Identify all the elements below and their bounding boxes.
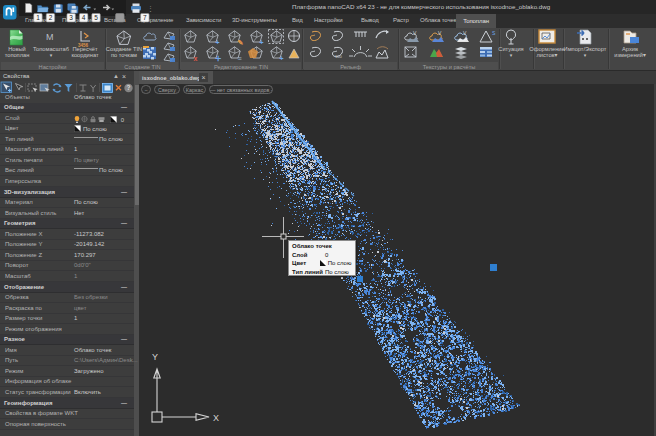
svg-text:Y: Y: [152, 352, 158, 362]
svg-text:X: X: [213, 413, 219, 423]
